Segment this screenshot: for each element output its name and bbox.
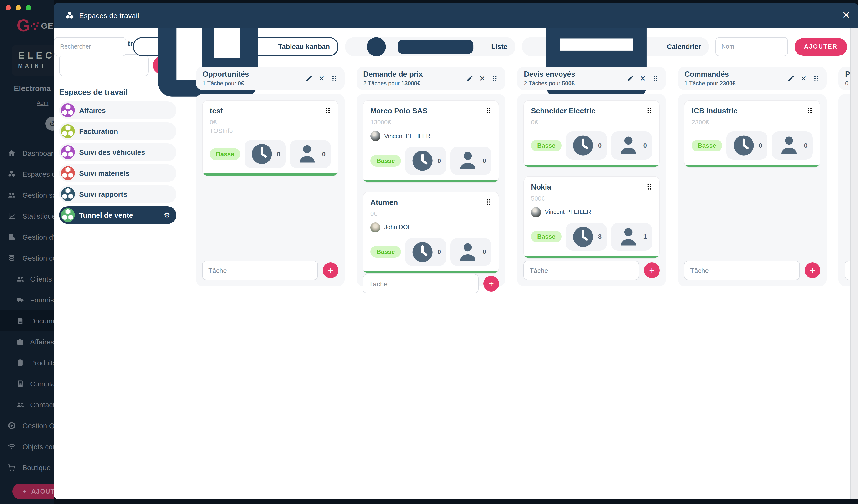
drag-handle-icon[interactable] [812, 75, 820, 82]
app-sidebar: G GE ELEC MAINT Electroma Adm ⚙ Dashboar… [0, 0, 54, 504]
add-task-button[interactable]: + [323, 262, 338, 278]
card-amount: 0€ [531, 119, 652, 126]
sidebar-item-espaces[interactable]: Espaces de [0, 163, 54, 184]
priority-badge: Basse [692, 140, 722, 151]
macos-minimize-button[interactable] [16, 5, 21, 11]
edit-icon[interactable] [627, 75, 634, 82]
person-icon [456, 240, 480, 264]
sidebar-item-documents[interactable]: Docume [0, 310, 54, 331]
kanban-card-schneider-electric[interactable]: Schneider Electric 0€ Basse 0 0 [523, 100, 660, 167]
home-icon [7, 149, 16, 157]
drag-handle-icon[interactable] [646, 107, 653, 114]
add-task-button[interactable]: + [644, 262, 660, 278]
column-body: ICB Industrie 2300€ Basse 0 0 [678, 94, 827, 286]
drag-handle-icon[interactable] [485, 107, 492, 114]
sidebar-item-affaires[interactable]: Affaires [0, 331, 54, 352]
workspace-item-tunnel-de-vente[interactable]: Tunnel de vente ⚙ [59, 206, 176, 224]
sidebar-item-gestion-qse[interactable]: Gestion QS [0, 415, 54, 436]
kanban-card-icb-industrie[interactable]: ICB Industrie 2300€ Basse 0 0 [684, 100, 820, 167]
delete-icon[interactable]: ✕ [640, 75, 646, 82]
sidebar-item-comptabilite[interactable]: Compta [0, 373, 54, 394]
column-header: Per 0 Tâ [839, 67, 851, 90]
add-column-button[interactable]: AJOUTER [795, 38, 847, 55]
sidebar-item-statistiques[interactable]: Statistique [0, 205, 54, 226]
drag-handle-icon[interactable] [491, 75, 498, 82]
view-calendar-button[interactable]: Calendrier [522, 37, 709, 56]
clock-icon [411, 149, 435, 173]
kanban-card-test[interactable]: test 0€ TOSInfo Basse 0 0 [202, 100, 338, 176]
sidebar-item-objets-connectes[interactable]: Objets con [0, 436, 54, 457]
gear-icon[interactable]: ⚙ [164, 211, 170, 220]
new-task-input[interactable] [523, 261, 639, 280]
cubes-icon [65, 11, 74, 20]
cubes-icon [7, 170, 16, 178]
workspace-item-suivi-materiels[interactable]: Suivi materiels [59, 164, 176, 182]
sidebar-item-gestion-commerciale[interactable]: Gestion co [0, 247, 54, 268]
delete-icon[interactable]: ✕ [479, 75, 485, 82]
kanban-card-marco-polo-sas[interactable]: Marco Polo SAS 13000€ Vincent PFEILER Ba… [363, 100, 499, 183]
search-input[interactable] [54, 37, 126, 56]
card-amount: 0€ [210, 119, 331, 126]
sidebar-item-contacts[interactable]: Contact [0, 394, 54, 415]
clock-icon [571, 133, 595, 158]
progress-bar [524, 165, 659, 167]
edit-icon[interactable] [788, 75, 795, 82]
drag-handle-icon[interactable] [485, 198, 492, 206]
card-amount: 2300€ [692, 119, 813, 126]
sidebar-item-clients[interactable]: Clients [0, 268, 54, 289]
kanban-card-nokia[interactable]: Nokia 500€ Vincent PFEILER Basse 3 1 [523, 176, 660, 259]
progress-bar [363, 271, 498, 273]
person-icon [777, 133, 801, 158]
drag-handle-icon[interactable] [324, 107, 332, 114]
people-chip: 0 [290, 140, 331, 168]
drag-handle-icon[interactable] [330, 75, 338, 82]
priority-badge: Basse [531, 231, 562, 243]
edit-icon[interactable] [466, 75, 474, 82]
view-list-button[interactable]: Liste [345, 37, 515, 56]
edit-icon[interactable] [306, 75, 313, 82]
delete-icon[interactable]: ✕ [319, 75, 324, 82]
workspace-item-suivi-rapports[interactable]: Suivi rapports [59, 185, 176, 203]
database-icon [16, 358, 24, 367]
macos-zoom-button[interactable] [26, 5, 31, 11]
clock-icon [250, 142, 274, 166]
drag-handle-icon[interactable] [806, 107, 814, 114]
scrollbar[interactable] [851, 28, 858, 499]
chart-icon [7, 212, 16, 220]
macos-close-button[interactable] [6, 5, 11, 11]
sidebar-item-boutique[interactable]: Boutique [0, 457, 54, 478]
workspaces-modal: Espaces de travail ✕ Nouvel espace de tr… [54, 3, 858, 499]
view-kanban-button[interactable]: Tableau kanban [133, 37, 338, 56]
clock-icon [411, 240, 435, 264]
admin-link[interactable]: Adm [37, 100, 48, 106]
add-task-button[interactable]: + [483, 276, 499, 292]
new-workspace-input[interactable] [59, 54, 149, 76]
drag-handle-icon[interactable] [646, 183, 653, 190]
kanban-card-atumen[interactable]: Atumen 0€ John DOE Basse 0 0 [363, 191, 499, 274]
sidebar-item-gestion-salaries[interactable]: Gestion sal [0, 184, 54, 205]
close-icon[interactable]: ✕ [842, 9, 851, 21]
cubes-icon [61, 166, 75, 180]
sidebar-item-dashboard[interactable]: Dashboard [0, 143, 54, 163]
new-task-input[interactable] [202, 261, 318, 280]
new-task-input[interactable] [684, 261, 800, 280]
new-task-input[interactable] [845, 261, 851, 280]
app-nav: Dashboard Espaces de Gestion sal Statist… [0, 143, 54, 478]
sidebar-item-fournisseurs[interactable]: Fourniss [0, 289, 54, 310]
workspace-item-suivi-vehicules[interactable]: Suivi des véhicules [59, 143, 176, 161]
add-task-button[interactable]: + [805, 262, 820, 278]
sidebar-item-gestion-interventions[interactable]: Gestion d'i [0, 226, 54, 247]
delete-icon[interactable]: ✕ [800, 75, 807, 82]
workspace-item-facturation[interactable]: Facturation [59, 123, 176, 140]
people-chip: 0 [611, 131, 652, 159]
drag-handle-icon[interactable] [652, 75, 659, 82]
workspace-list: Affaires Facturation Suivi des véhicules… [59, 101, 176, 224]
sidebar-item-produits[interactable]: Produits [0, 352, 54, 373]
sidebar-add-button[interactable]: + AJOUTE [12, 484, 54, 499]
plus-icon: + [489, 278, 494, 289]
user-avatar-badge[interactable]: ⚙ [45, 117, 54, 131]
name-input[interactable] [715, 37, 788, 56]
assignee-row: John DOE [370, 222, 491, 232]
column-header: Opportunités 1 Tâche pour 0€ ✕ [196, 67, 345, 90]
new-task-input[interactable] [363, 274, 479, 293]
